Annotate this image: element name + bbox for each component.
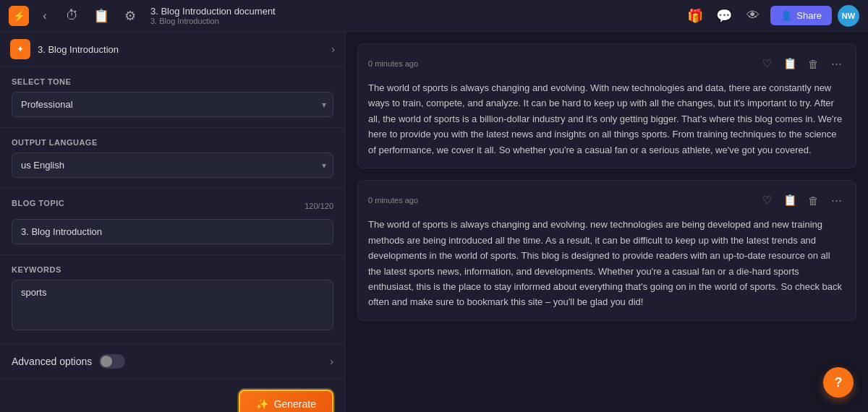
card-2-heart-button[interactable]: ♡ [757, 191, 776, 210]
main-content: ✦ 3. Blog Introduction › Select tone Pro… [0, 32, 868, 412]
save-button[interactable]: 📋 [90, 4, 113, 27]
tone-label: Select tone [12, 77, 333, 86]
share-icon: 👤 [780, 10, 792, 21]
generate-icon: ✨ [256, 398, 268, 410]
keywords-label: KEYWORDS [12, 265, 333, 274]
topbar: ⚡ ‹ ⏱ 📋 ⚙ 3. Blog Introduction document … [0, 0, 868, 32]
settings-button[interactable]: ⚙ [119, 4, 142, 27]
language-section: Output language us English uk English Sp… [0, 128, 345, 189]
generate-section: ✨ Generate [0, 379, 345, 412]
avatar: NW [838, 5, 859, 27]
advanced-options-toggle[interactable] [99, 354, 125, 369]
card-2-more-button[interactable]: ⋯ [827, 191, 846, 210]
generate-button[interactable]: ✨ Generate [239, 390, 333, 412]
panel-title: 3. Blog Introduction [38, 44, 324, 55]
history-button[interactable]: ⏱ [61, 4, 84, 27]
topbar-left: ⚡ ‹ ⏱ 📋 ⚙ 3. Blog Introduction document … [9, 4, 684, 27]
card-2-copy-button[interactable]: 📋 [780, 191, 799, 210]
card-1-time: 0 minutes ago [368, 59, 418, 68]
topbar-title: 3. Blog Introduction document [150, 6, 276, 17]
panel-icon: ✦ [10, 39, 30, 59]
topbar-title-block: 3. Blog Introduction document 3. Blog In… [150, 6, 276, 25]
card-1-more-button[interactable]: ⋯ [827, 54, 846, 73]
language-select-wrapper: us English uk English Spanish French Ger… [12, 153, 333, 178]
gift-button[interactable]: 🎁 [684, 4, 707, 27]
share-button[interactable]: 👤 Share [770, 6, 832, 25]
card-2-delete-button[interactable]: 🗑 [804, 191, 822, 210]
card-1-meta: 0 minutes ago ♡ 📋 🗑 ⋯ [368, 54, 846, 73]
result-card-2: 0 minutes ago ♡ 📋 🗑 ⋯ The world of sport… [357, 180, 856, 321]
eye-button[interactable]: 👁 [741, 4, 765, 27]
keywords-input[interactable]: sports [12, 280, 333, 330]
result-card-1: 0 minutes ago ♡ 📋 🗑 ⋯ The world of sport… [357, 43, 856, 168]
blog-topic-section: Blog Topic 120/120 [0, 189, 345, 255]
card-2-meta: 0 minutes ago ♡ 📋 🗑 ⋯ [368, 191, 846, 210]
back-button[interactable]: ‹ [35, 6, 55, 26]
tone-select[interactable]: Professional Casual Formal Friendly Humo… [12, 92, 333, 117]
card-1-text: The world of sports is always changing a… [368, 80, 846, 158]
language-label: Output language [12, 138, 333, 147]
card-2-time: 0 minutes ago [368, 196, 418, 205]
card-2-actions: ♡ 📋 🗑 ⋯ [757, 191, 846, 210]
tone-select-wrapper: Professional Casual Formal Friendly Humo… [12, 92, 333, 117]
advanced-left: Advanced options [12, 354, 125, 369]
advanced-options-label: Advanced options [12, 356, 92, 367]
advanced-options-section[interactable]: Advanced options › [0, 344, 345, 379]
advanced-chevron-icon: › [330, 356, 333, 367]
right-panel: 0 minutes ago ♡ 📋 🗑 ⋯ The world of sport… [346, 32, 868, 412]
left-panel: ✦ 3. Blog Introduction › Select tone Pro… [0, 32, 346, 412]
keywords-section: KEYWORDS sports [0, 255, 345, 344]
card-2-text: The world of sports is always changing a… [368, 217, 846, 310]
language-select[interactable]: us English uk English Spanish French Ger… [12, 153, 333, 178]
app-logo: ⚡ [9, 6, 29, 26]
tone-section: Select tone Professional Casual Formal F… [0, 67, 345, 128]
card-1-actions: ♡ 📋 🗑 ⋯ [757, 54, 846, 73]
topbar-subtitle: 3. Blog Introduction [150, 17, 276, 25]
blog-topic-input[interactable] [12, 219, 333, 244]
panel-header: ✦ 3. Blog Introduction › [0, 32, 345, 67]
help-button[interactable]: ? [823, 367, 854, 398]
blog-topic-header: Blog Topic 120/120 [12, 199, 333, 213]
card-1-heart-button[interactable]: ♡ [757, 54, 776, 73]
card-1-delete-button[interactable]: 🗑 [804, 54, 822, 73]
topbar-right: 🎁 💬 👁 👤 Share NW [684, 4, 859, 27]
panel-chevron-icon: › [331, 43, 335, 55]
blog-topic-label: Blog Topic [12, 199, 64, 207]
chat-button[interactable]: 💬 [712, 4, 736, 27]
card-1-copy-button[interactable]: 📋 [780, 54, 799, 73]
char-count: 120/120 [305, 202, 333, 210]
